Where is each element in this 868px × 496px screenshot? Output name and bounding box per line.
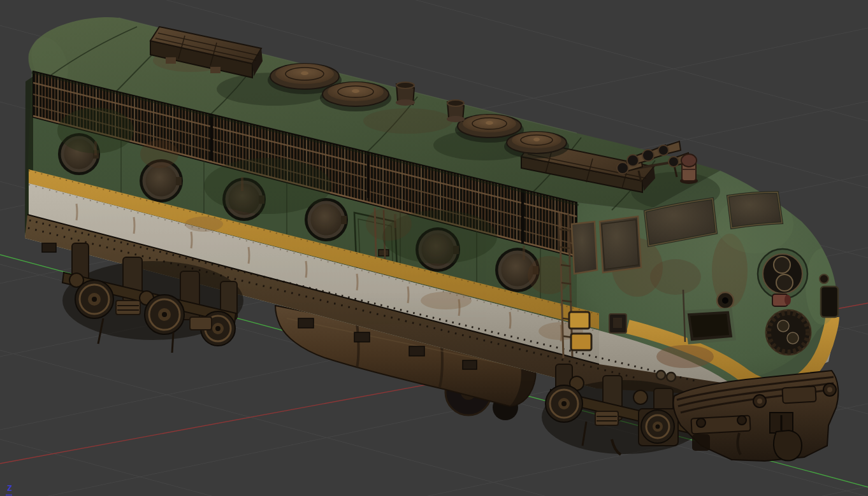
horn bbox=[658, 141, 681, 155]
roof-fan bbox=[504, 132, 569, 159]
roof-fan bbox=[320, 82, 391, 111]
wheel bbox=[75, 280, 113, 318]
locomotive-model[interactable] bbox=[24, 17, 839, 420]
wheel bbox=[145, 295, 184, 334]
electrical-box bbox=[609, 314, 626, 333]
wheel bbox=[639, 409, 678, 446]
cab-windows[interactable] bbox=[572, 216, 641, 274]
exhaust-stack bbox=[447, 100, 465, 122]
nose-round-light[interactable] bbox=[717, 292, 734, 309]
wheel bbox=[546, 385, 582, 422]
viewport-canvas[interactable] bbox=[0, 0, 868, 496]
nose-gyralight[interactable] bbox=[766, 310, 811, 355]
axis-gizmo-z-label: Z bbox=[7, 484, 12, 492]
nose-headlight[interactable] bbox=[758, 249, 807, 299]
beacon-light[interactable] bbox=[680, 154, 698, 184]
exhaust-stack bbox=[396, 82, 415, 106]
nose-valve bbox=[772, 294, 791, 306]
3d-viewport[interactable]: Z bbox=[0, 0, 868, 496]
